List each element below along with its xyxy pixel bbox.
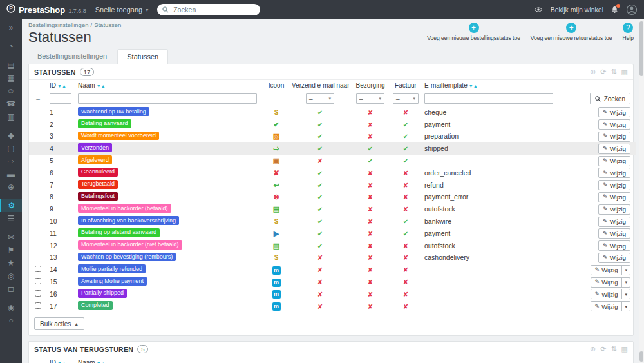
pencil-icon: ✎ [603, 144, 608, 153]
edit-button[interactable]: ✎Wijzig [599, 168, 630, 177]
sidebar-item-menu-collapse[interactable]: » [0, 21, 22, 34]
edit-button[interactable]: ✎Wijzig [591, 289, 622, 299]
sidebar-item-module-star[interactable]: ★ [0, 257, 22, 270]
sidebar-item-catalog[interactable]: ▦ [0, 72, 22, 84]
quick-access-menu[interactable]: Snelle toegang ▾ [95, 6, 148, 14]
filter-delivery-select[interactable]: –▾ [356, 93, 384, 104]
edit-button[interactable]: ✎Wijzig [599, 241, 630, 250]
statuses-table: ID▼▲ Naam▼▲ Icoon Verzend e-mail naar kl… [29, 80, 636, 313]
avatar[interactable] [626, 4, 638, 15]
search-input[interactable] [172, 5, 255, 14]
add-icon[interactable]: ⊕ [590, 346, 596, 353]
search-icon [162, 6, 169, 13]
sidebar-item-shop-parameters[interactable]: ⚙ [0, 199, 22, 212]
refresh-icon[interactable]: ⟳ [600, 346, 606, 353]
delivery-cell: ✔ [351, 142, 390, 155]
notification-dot [616, 4, 620, 8]
row-checkbox[interactable] [35, 266, 41, 272]
edit-button[interactable]: ✎Wijzig [591, 266, 622, 275]
bulk-actions-button[interactable]: Bulk acties ▲ [34, 317, 84, 330]
row-checkbox[interactable] [35, 278, 41, 284]
yes-icon: ✔ [403, 121, 408, 128]
edit-button[interactable]: ✎Wijzig [599, 181, 630, 190]
refresh-icon[interactable]: ⟳ [600, 68, 606, 75]
edit-button[interactable]: ✎Wijzig [599, 157, 630, 166]
pencil-icon: ✎ [603, 217, 608, 226]
edit-label: Wijzig [601, 278, 618, 286]
sidebar-item-customer-service[interactable]: ☎ [0, 97, 22, 110]
edit-button[interactable]: ✎Wijzig [599, 253, 630, 262]
shop-parameters-icon: ⚙ [8, 202, 15, 210]
add-order-status-button[interactable]: +Voeg een nieuwe bestellingsstatus toe [427, 23, 520, 41]
view-shop-link[interactable]: Bekijk mijn winkel [551, 6, 603, 14]
scrollbar[interactable] [639, 19, 644, 363]
sort-icons[interactable]: ▼▲ [469, 84, 478, 88]
sidebar-item-module-flag[interactable]: ⚑ [0, 244, 22, 257]
column-template: E-mailtemplate [424, 82, 468, 89]
row-checkbox[interactable] [35, 302, 41, 309]
grid-icon[interactable]: ▦ [621, 68, 628, 75]
edit-dropdown-toggle[interactable]: ▾ [621, 289, 630, 299]
sidebar-item-shipping[interactable]: ⇨ [0, 155, 22, 168]
edit-dropdown-toggle[interactable]: ▾ [621, 302, 630, 311]
edit-button[interactable]: ✎Wijzig [591, 278, 622, 287]
edit-button[interactable]: ✎Wijzig [599, 132, 630, 141]
search-button[interactable]: Zoeken [590, 93, 630, 104]
scrollbar-thumb[interactable] [639, 21, 643, 76]
add-return-status-button[interactable]: +Voeg een nieuwe retourstatus toe [531, 23, 612, 41]
brand[interactable]: P PrestaShop 1.7.6.8 [6, 4, 86, 15]
edit-button[interactable]: ✎Wijzig [599, 193, 630, 202]
tab-bestellingsinstellingen[interactable]: Bestellingsinstellingen [28, 49, 116, 64]
sidebar-group: ◆▢⇨▬⊕ [0, 129, 22, 193]
sidebar-item-module-dot[interactable]: ◉ [0, 301, 22, 314]
actions-cell: ✎Wijzig [558, 142, 636, 155]
edit-button[interactable]: ✎Wijzig [591, 302, 622, 311]
no-icon: ✘ [368, 291, 373, 298]
status-icon-cell: ⇨ [263, 142, 289, 155]
edit-button[interactable]: ✎Wijzig [599, 108, 630, 117]
edit-button[interactable]: ✎Wijzig [599, 144, 630, 153]
edit-button[interactable]: ✎Wijzig [599, 229, 630, 238]
sidebar-item-module-target[interactable]: ◎ [0, 270, 22, 282]
sidebar-item-stats[interactable]: ▥ [0, 110, 22, 123]
sidebar-item-module-square[interactable]: ◻ [0, 282, 22, 295]
payment-icon: ▬ [7, 170, 15, 178]
row-checkbox[interactable] [35, 290, 41, 297]
bell-icon[interactable] [611, 6, 618, 14]
tab-statussen[interactable]: Statussen [117, 49, 168, 64]
scrollbar-thumb[interactable] [639, 351, 643, 362]
sort-tool-icon[interactable]: ⇅ [611, 346, 616, 353]
sidebar-item-customers[interactable]: ☺ [0, 84, 22, 97]
sidebar-item-module-mail[interactable]: ✉ [0, 231, 22, 244]
breadcrumb-parent[interactable]: Bestellingsinstellingen [28, 21, 88, 28]
edit-button[interactable]: ✎Wijzig [599, 120, 630, 129]
sidebar-item-dashboard[interactable]: ◔ [0, 40, 22, 53]
table-row: 15Awaiting Mollie paymentm✘✘✘✎Wijzig▾ [29, 276, 636, 288]
sidebar-item-design[interactable]: ▢ [0, 142, 22, 155]
filter-invoice-select[interactable]: –▾ [393, 93, 419, 104]
sort-icons[interactable]: ▼▲ [57, 84, 66, 88]
grid-icon[interactable]: ▦ [621, 346, 628, 353]
sidebar-item-modules[interactable]: ◆ [0, 129, 22, 142]
sort-tool-icon[interactable]: ⇅ [611, 68, 616, 75]
sidebar-item-module-ring[interactable]: ○ [0, 314, 22, 327]
money-icon: $ [274, 108, 278, 116]
sidebar-item-advanced-parameters[interactable]: ☰ [0, 212, 22, 225]
edit-dropdown-toggle[interactable]: ▾ [621, 266, 630, 275]
checkbox-cell [29, 264, 47, 276]
filter-template-input[interactable] [424, 93, 553, 104]
edit-button[interactable]: ✎Wijzig [599, 205, 630, 214]
edit-button[interactable]: ✎Wijzig [599, 217, 630, 226]
filter-email-select[interactable]: –▾ [306, 93, 334, 104]
status-name-cell: Afgeleverd [75, 155, 263, 167]
edit-dropdown-toggle[interactable]: ▾ [621, 278, 630, 287]
filter-name-input[interactable] [78, 93, 257, 104]
sort-icons[interactable]: ▼▲ [97, 84, 106, 88]
filter-id-input[interactable] [50, 93, 71, 104]
add-icon[interactable]: ⊕ [590, 68, 596, 75]
sidebar-item-orders[interactable]: ▤ [0, 59, 22, 72]
help-button[interactable]: ?Help [623, 23, 634, 41]
email-template: payment_error [422, 191, 558, 204]
sidebar-item-international[interactable]: ⊕ [0, 181, 22, 193]
sidebar-item-payment[interactable]: ▬ [0, 168, 22, 181]
